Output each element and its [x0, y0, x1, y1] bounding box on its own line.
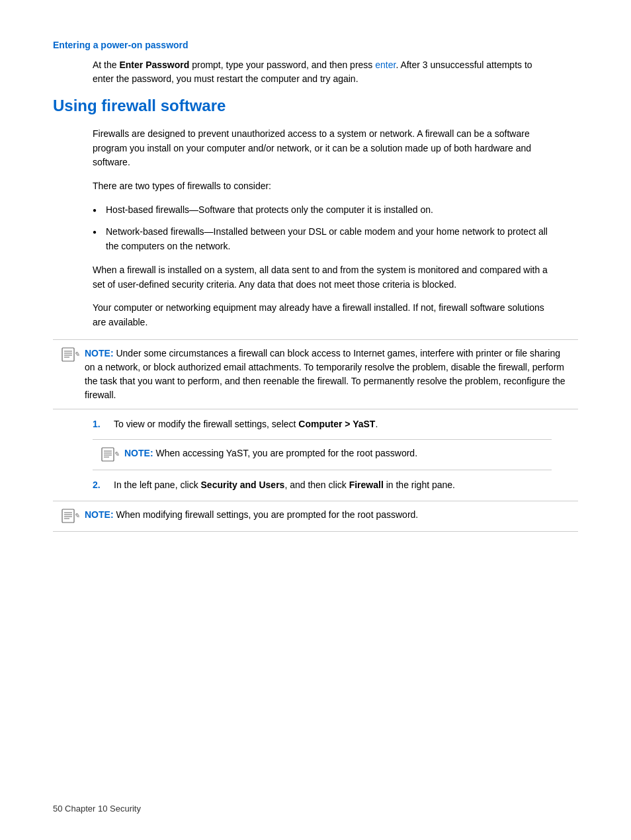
- note-box-step1: ✎ NOTE: When accessing YaST, you are pro…: [93, 439, 552, 470]
- note-label-step1: NOTE:: [124, 448, 153, 458]
- intro-paragraph: At the Enter Password prompt, type your …: [93, 58, 552, 86]
- page-title: Using firewall software: [53, 97, 578, 115]
- step-2-text: In the left pane, click Security and Use…: [114, 478, 455, 493]
- step-1-bold: Computer > YaST: [298, 419, 375, 429]
- step-1-after: .: [375, 419, 378, 429]
- body-paragraph-4: Your computer or networking equipment ma…: [93, 301, 552, 329]
- step-1: 1. To view or modify the firewall settin…: [93, 409, 578, 440]
- note-text-1: NOTE: Under some circumstances a firewal…: [85, 347, 570, 402]
- list-item: Host-based firewalls—Software that prote…: [93, 203, 552, 218]
- enter-password-bold: Enter Password: [119, 60, 189, 70]
- note-box-step2: ✎ NOTE: When modifying firewall settings…: [53, 501, 578, 532]
- step-2-before: In the left pane, click: [114, 480, 201, 490]
- note-text-step1: NOTE: When accessing YaST, you are promp…: [124, 446, 544, 460]
- step-2-number: 2.: [93, 478, 106, 493]
- step-1-number: 1.: [93, 417, 106, 432]
- svg-rect-6: [102, 448, 114, 461]
- enter-link[interactable]: enter: [375, 60, 396, 70]
- section-heading: Entering a power-on password: [53, 40, 578, 50]
- bullet-list: Host-based firewalls—Software that prote…: [93, 203, 552, 254]
- step-2-after: in the right pane.: [384, 480, 455, 490]
- body-paragraph-1: Firewalls are designed to prevent unauth…: [93, 127, 552, 170]
- list-item: Network-based firewalls—Installed betwee…: [93, 225, 552, 253]
- step-2-mid: , and then click: [284, 480, 349, 490]
- note-box-1: ✎ NOTE: Under some circumstances a firew…: [53, 339, 578, 409]
- step-2-bold2: Firewall: [349, 480, 384, 490]
- svg-text:✎: ✎: [74, 351, 79, 358]
- body-paragraph-2: There are two types of firewalls to cons…: [93, 179, 552, 194]
- step-1-before: To view or modify the firewall settings,…: [114, 419, 298, 429]
- intro-text-before: At the: [93, 60, 119, 70]
- intro-text-mid: prompt, type your password, and then pre…: [189, 60, 375, 70]
- note-icon-step1: ✎: [101, 447, 119, 463]
- step-2: 2. In the left pane, click Security and …: [93, 470, 578, 501]
- step-1-text: To view or modify the firewall settings,…: [114, 417, 378, 432]
- body-paragraph-3: When a firewall is installed on a system…: [93, 263, 552, 292]
- note-content-text-step2: When modifying firewall settings, you ar…: [116, 509, 418, 520]
- svg-rect-0: [62, 348, 74, 361]
- svg-rect-12: [62, 509, 74, 523]
- note-label-1: NOTE:: [85, 348, 114, 358]
- note-content-text-step1: When accessing YaST, you are prompted fo…: [155, 448, 417, 458]
- step-2-bold1: Security and Users: [201, 480, 285, 490]
- svg-text:✎: ✎: [74, 512, 79, 519]
- page-footer: 50 Chapter 10 Security: [53, 804, 141, 814]
- note-text-step2: NOTE: When modifying firewall settings, …: [85, 508, 570, 522]
- note-content-text-1: Under some circumstances a firewall can …: [85, 348, 566, 400]
- note-icon-step2: ✎: [61, 509, 79, 525]
- note-icon-1: ✎: [61, 347, 79, 363]
- note-label-step2: NOTE:: [85, 509, 114, 520]
- svg-text:✎: ✎: [114, 450, 119, 458]
